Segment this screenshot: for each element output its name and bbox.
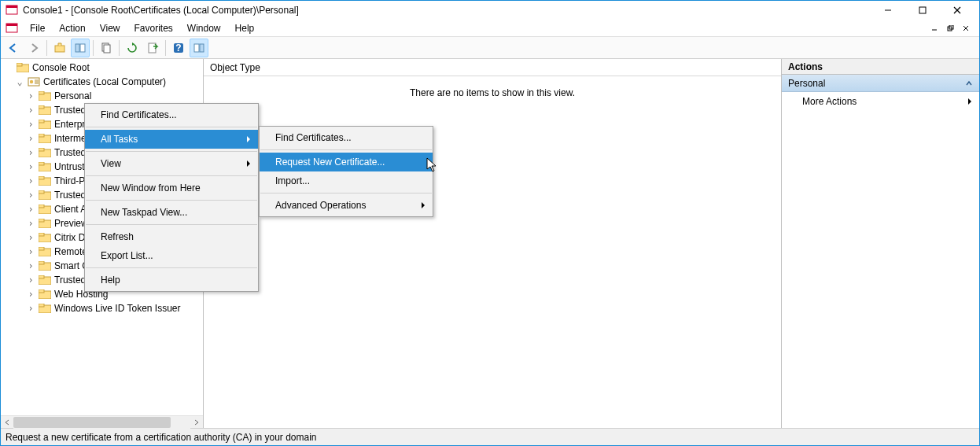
ctx-refresh[interactable]: Refresh [85,227,258,246]
disclosure-closed-icon[interactable]: › [26,289,35,300]
ctx-label: Find Certificates... [101,109,177,120]
mdi-minimize-button[interactable] [927,22,941,35]
scroll-left-button[interactable] [1,416,13,429]
menu-favorites[interactable]: Favorites [127,21,180,35]
svg-rect-32 [39,120,44,123]
ctx-export-list[interactable]: Export List... [85,246,258,265]
ctx-separator [86,224,257,225]
menu-window[interactable]: Window [180,21,228,35]
actions-category[interactable]: Personal [782,75,979,92]
ctx-sub-find-certificates[interactable]: Find Certificates... [260,128,433,147]
ctx-separator [86,175,257,176]
submenu-arrow-icon [245,160,252,168]
export-list-button[interactable] [143,39,162,57]
disclosure-closed-icon[interactable]: › [26,246,35,257]
svg-rect-24 [17,63,22,66]
tree-label: Enterpr [54,119,85,130]
tree-item[interactable]: ›Personal [4,89,203,103]
disclosure-closed-icon[interactable]: › [26,303,35,314]
mdi-close-button[interactable] [959,22,973,35]
close-button[interactable] [940,2,974,19]
ctx-all-tasks[interactable]: All Tasks [85,130,258,149]
svg-rect-54 [39,275,44,278]
statusbar: Request a new certificate from a certifi… [1,428,979,445]
folder-icon [39,275,51,285]
menu-view[interactable]: View [93,21,127,35]
svg-rect-21 [194,44,199,52]
svg-rect-58 [39,304,44,307]
ctx-view[interactable]: View [85,154,258,173]
up-button[interactable] [50,39,69,57]
disclosure-closed-icon[interactable]: › [26,190,35,201]
disclosure-open-icon[interactable]: ⌄ [15,76,24,87]
disclosure-closed-icon[interactable]: › [26,119,35,130]
folder-icon [39,289,51,299]
tree-root[interactable]: Console Root [4,61,203,75]
tree-label: Trusted [54,147,86,158]
mdi-restore-button[interactable] [943,22,957,35]
show-hide-tree-button[interactable] [71,39,90,57]
status-text: Request a new certificate from a certifi… [6,432,317,443]
tree-label: Untrust [54,161,85,172]
disclosure-closed-icon[interactable]: › [26,133,35,144]
toolbar-sep [46,40,47,56]
svg-rect-30 [39,105,44,109]
menu-help[interactable]: Help [228,21,262,35]
ctx-separator [86,127,257,127]
actions-more[interactable]: More Actions [782,92,979,111]
folder-icon [39,261,51,271]
disclosure-closed-icon[interactable]: › [26,90,35,101]
ctx-sub-advanced-operations[interactable]: Advanced Operations [260,196,433,215]
ctx-sub-import[interactable]: Import... [260,171,433,190]
menu-action[interactable]: Action [52,21,92,35]
svg-rect-1 [6,6,17,8]
disclosure-closed-icon[interactable]: › [26,147,35,158]
folder-icon [39,176,51,186]
tree-hscrollbar[interactable] [1,415,203,428]
disclosure-closed-icon[interactable]: › [26,260,35,271]
tree-item[interactable]: ›Windows Live ID Token Issuer [4,301,203,315]
disclosure-closed-icon[interactable]: › [26,161,35,172]
folder-icon [17,63,29,72]
help-button[interactable]: ? [169,39,188,57]
ctx-sub-request-new-certificate[interactable]: Request New Certificate... [260,153,433,171]
column-header[interactable]: Object Type [204,59,781,76]
scroll-right-button[interactable] [190,416,203,429]
folder-icon [39,134,51,143]
maximize-button[interactable] [905,2,940,19]
window-controls [871,2,974,19]
folder-icon [39,162,51,171]
scroll-thumb[interactable] [13,417,171,428]
submenu-arrow-icon [967,98,973,105]
disclosure-closed-icon[interactable]: › [26,204,35,215]
menu-file[interactable]: File [23,21,52,35]
ctx-new-taskpad[interactable]: New Taskpad View... [85,203,258,222]
ctx-separator [260,193,432,194]
svg-rect-18 [149,43,156,53]
disclosure-closed-icon[interactable]: › [26,275,35,286]
refresh-button[interactable] [123,39,142,57]
nav-forward-button[interactable] [24,39,43,57]
folder-icon [39,105,51,115]
minimize-button[interactable] [871,2,905,19]
scroll-track[interactable] [13,416,190,429]
nav-back-button[interactable] [4,39,23,57]
ctx-new-window[interactable]: New Window from Here [85,179,258,197]
show-hide-action-pane-button[interactable] [190,39,208,57]
mmc-window: Console1 - [Console Root\Certificates (L… [0,0,980,446]
disclosure-closed-icon[interactable]: › [26,105,35,116]
certificate-store-icon [28,77,40,87]
disclosure-closed-icon[interactable]: › [26,175,35,186]
copy-button[interactable] [97,39,116,57]
folder-icon [39,247,51,256]
ctx-help[interactable]: Help [85,271,258,289]
titlebar: Console1 - [Console Root\Certificates (L… [1,1,979,20]
actions-more-label: More Actions [802,96,857,107]
disclosure-closed-icon[interactable]: › [26,232,35,243]
mdi-controls [927,22,974,35]
disclosure-closed-icon[interactable]: › [26,218,35,229]
ctx-separator [260,149,432,150]
tree-certs[interactable]: ⌄ Certificates (Local Computer) [4,75,203,89]
ctx-find-certificates[interactable]: Find Certificates... [85,105,258,124]
tree-label: Third-P [54,175,85,186]
